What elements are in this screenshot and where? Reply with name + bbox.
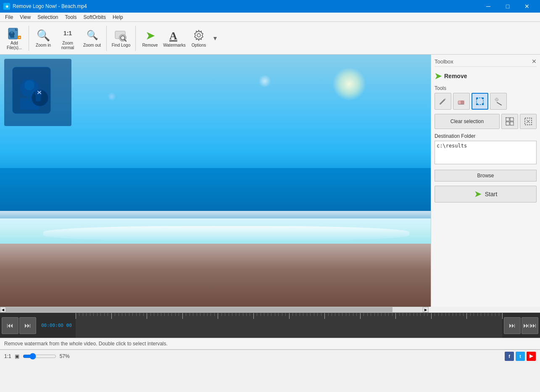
zoom-ratio-label: 1:1 xyxy=(4,353,11,359)
zoom-normal-label: Zoom normal xyxy=(57,41,78,50)
toolbar-separator-2 xyxy=(106,26,107,51)
window-title: Remove Logo Now! - Beach.mp4 xyxy=(13,3,87,9)
options-label: Options xyxy=(192,43,206,47)
zoom-percent-label: 57% xyxy=(60,353,70,359)
pencil-tool-button[interactable] xyxy=(435,93,451,110)
magic-wand-tool-button[interactable] xyxy=(490,93,507,110)
youtube-icon[interactable]: ▶ xyxy=(527,352,536,361)
add-files-button[interactable]: + Add File(s)... xyxy=(3,24,26,53)
main-area: Toolbox ✕ ➤ Remove Tools xyxy=(0,55,540,307)
time-display: 00:00:00 00 xyxy=(38,323,76,328)
menu-file[interactable]: File xyxy=(2,13,16,21)
destination-folder-label: Destination Folder xyxy=(435,133,537,139)
svg-text:+: + xyxy=(18,36,21,39)
toolbar-separator-1 xyxy=(29,26,29,51)
find-logo-button[interactable]: Find Logo xyxy=(109,24,133,53)
zoom-slider[interactable] xyxy=(23,353,56,360)
zoom-out-icon: 🔍− xyxy=(85,29,99,42)
toolbox-title: Toolbox xyxy=(435,58,453,65)
menu-help[interactable]: Help xyxy=(109,13,126,21)
restore-button[interactable]: □ xyxy=(498,0,517,13)
clear-selection-button[interactable]: Clear selection xyxy=(435,114,500,129)
watermarks-button[interactable]: A Watermarks xyxy=(163,24,186,53)
zoom-in-button[interactable]: 🔍 Zoom in xyxy=(32,24,55,53)
toolbar-more[interactable]: ▼ xyxy=(212,35,218,42)
svg-rect-27 xyxy=(482,97,484,99)
logo-watermark-overlay xyxy=(4,59,71,126)
add-files-label: Add File(s)... xyxy=(7,41,22,50)
svg-point-16 xyxy=(24,80,34,90)
zoom-normal-button[interactable]: 1:1 Zoom normal xyxy=(56,24,79,53)
toolbar: + Add File(s)... 🔍 Zoom in 1:1 Zoom norm… xyxy=(0,22,540,55)
timeline-controls-left: ⏮ ⏭ xyxy=(0,316,38,336)
timeline-next-frame-button[interactable]: ⏭ xyxy=(504,317,521,334)
toolbox-header: Toolbox ✕ xyxy=(435,58,537,67)
tools-label: Tools xyxy=(435,85,537,91)
scroll-left-button[interactable]: ◀ xyxy=(0,307,6,313)
watermarks-label: Watermarks xyxy=(163,43,186,47)
toolbox-close-button[interactable]: ✕ xyxy=(532,58,537,65)
deselect-icon xyxy=(524,117,533,126)
facebook-icon[interactable]: f xyxy=(505,352,514,361)
timeline-controls-right: ⏭ ⏭⏭ xyxy=(502,316,540,336)
remove-button[interactable]: ➤ Remove xyxy=(138,24,162,53)
select-all-icon-button[interactable] xyxy=(501,114,518,129)
browse-button[interactable]: Browse xyxy=(435,170,537,182)
find-logo-icon xyxy=(114,29,128,42)
app-icon: ★ xyxy=(3,3,10,10)
svg-point-3 xyxy=(11,31,13,34)
timeline: ⏮ ⏭ 00:00:00 00 ⏭ ⏭⏭ xyxy=(0,313,540,338)
frame-icon: ▣ xyxy=(15,353,19,359)
options-button[interactable]: Options xyxy=(187,24,211,53)
timeline-ruler[interactable] xyxy=(76,313,502,338)
svg-rect-26 xyxy=(476,97,478,99)
toolbar-separator-3 xyxy=(135,26,136,51)
timeline-go-end-button[interactable]: ⏭⏭ xyxy=(522,317,538,334)
remove-section-title: Remove xyxy=(444,73,467,79)
menu-tools[interactable]: Tools xyxy=(62,13,80,21)
svg-line-30 xyxy=(497,103,501,105)
status-bar: 1:1 ▣ 57% f t ▶ xyxy=(0,350,540,362)
menu-view[interactable]: View xyxy=(16,13,34,21)
status-left: 1:1 ▣ 57% xyxy=(4,353,70,360)
remove-section-header: ➤ Remove xyxy=(435,71,537,81)
title-bar: ★ Remove Logo Now! - Beach.mp4 ─ □ ✕ xyxy=(0,0,540,13)
svg-rect-32 xyxy=(506,118,509,121)
minimize-button[interactable]: ─ xyxy=(479,0,498,13)
rect-select-icon xyxy=(475,97,485,106)
message-bar: Remove watermark from the whole video. D… xyxy=(0,338,540,350)
svg-rect-33 xyxy=(510,118,514,121)
toolbar-dropdown-icon[interactable]: ▼ xyxy=(212,35,218,42)
start-button[interactable]: ➤ Start xyxy=(435,186,537,203)
menu-softorbits[interactable]: SoftOrbits xyxy=(80,13,109,21)
zoom-out-button[interactable]: 🔍− Zoom out xyxy=(80,24,104,53)
horizontal-scrollbar[interactable]: ◀ ▶ xyxy=(0,307,429,313)
zoom-normal-icon: 1:1 xyxy=(61,26,74,40)
remove-arrow-icon: ➤ xyxy=(435,71,442,81)
timeline-prev-frame-button[interactable]: ⏭ xyxy=(19,317,36,334)
sun-glow xyxy=(332,67,366,101)
svg-rect-23 xyxy=(461,101,464,104)
timeline-go-start-button[interactable]: ⏮ xyxy=(2,317,18,334)
scroll-right-button[interactable]: ▶ xyxy=(423,307,429,313)
start-label: Start xyxy=(485,191,498,197)
find-logo-label: Find Logo xyxy=(112,43,130,47)
close-button[interactable]: ✕ xyxy=(517,0,537,13)
svg-rect-28 xyxy=(476,103,478,105)
twitter-icon[interactable]: t xyxy=(516,352,525,361)
remove-icon: ➤ xyxy=(143,29,157,42)
rect-select-tool-button[interactable] xyxy=(472,93,488,110)
add-files-icon: + xyxy=(8,26,21,40)
status-message: Remove watermark from the whole video. D… xyxy=(4,341,168,347)
start-arrow-icon: ➤ xyxy=(474,189,482,200)
svg-text:A: A xyxy=(169,30,177,42)
scrollbar-thumb[interactable] xyxy=(6,307,392,312)
canvas-area[interactable] xyxy=(0,55,431,307)
menu-selection[interactable]: Selection xyxy=(34,13,61,21)
tools-section: Tools xyxy=(435,85,537,110)
eraser-tool-button[interactable] xyxy=(453,93,470,110)
sand xyxy=(0,244,431,307)
select-all-icon xyxy=(505,117,514,126)
deselect-icon-button[interactable] xyxy=(520,114,537,129)
destination-folder-input[interactable]: c:\results xyxy=(435,141,537,164)
